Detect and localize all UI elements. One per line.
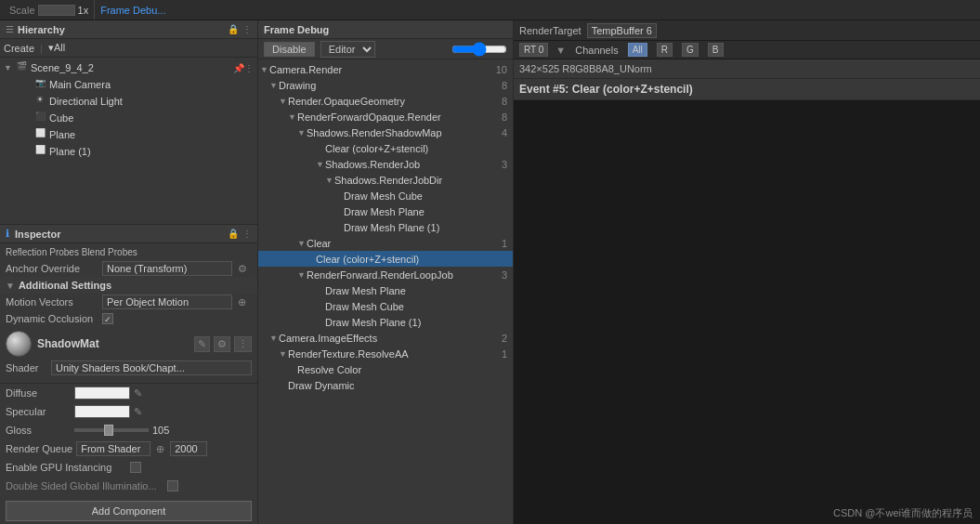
channels-label: Channels [575, 45, 618, 56]
fd-clear-shadow[interactable]: Clear (color+Z+stencil) [258, 140, 513, 156]
all-btn[interactable]: ▾All [48, 42, 65, 54]
fd-forward-opaque[interactable]: ▼ RenderForwardOpaque.Render 8 [258, 109, 513, 124]
lock-icon[interactable]: 🔒 [228, 24, 239, 34]
camera-icon: 📷 [33, 78, 46, 91]
hierarchy-item-plane1[interactable]: ⬜ Plane (1) [0, 143, 257, 160]
fd-render-job[interactable]: ▼ Shadows.RenderJob 3 [258, 156, 513, 172]
fd-drawing[interactable]: ▼ Drawing 8 [258, 77, 513, 93]
inspector-more-icon[interactable]: ⋮ [242, 229, 252, 239]
fd-resolve-aa[interactable]: ▼ RenderTexture.ResolveAA 1 [258, 346, 513, 361]
fd-opaque-geometry[interactable]: ▼ Render.OpaqueGeometry 8 [258, 93, 513, 109]
editor-select[interactable]: Editor [320, 41, 375, 58]
rt-number-select[interactable]: RT 0 [519, 43, 548, 57]
rt-header: RenderTarget TempBuffer 6 [514, 20, 980, 41]
scale-control: Scale 1x [4, 0, 95, 20]
r-channel-btn[interactable]: R [657, 43, 673, 57]
specular-edit-icon[interactable]: ✎ [134, 406, 142, 418]
disable-btn[interactable]: Disable [264, 42, 315, 57]
fd-render-job-dir[interactable]: ▼ Shadows.RenderJobDir [258, 172, 513, 188]
watermark: CSDN @不wei谁而做的程序员 [833, 506, 973, 520]
fd-image-effects[interactable]: ▼ Camera.ImageEffects 2 [258, 330, 513, 346]
material-header: ShadowMat ✎ ⚙ ⋮ [6, 331, 252, 357]
shader-value[interactable]: Unity Shaders Book/Chapt... [51, 360, 252, 375]
scale-label: Scale [9, 5, 35, 16]
hierarchy-item-camera[interactable]: 📷 Main Camera [0, 76, 257, 93]
rt-value: TempBuffer 6 [587, 23, 657, 38]
motion-dropdown-icon[interactable]: ⊕ [238, 296, 246, 308]
right-panel: RenderTarget TempBuffer 6 RT 0 ▼ Channel… [514, 20, 980, 524]
rt-size-text: 342×525 R8G8B8A8_UNorm [519, 63, 652, 74]
gloss-value: 105 [152, 425, 180, 436]
more-icon[interactable]: ⋮ [242, 24, 252, 34]
anchor-label: Anchor Override [6, 263, 98, 274]
fd-clear-section[interactable]: ▼ Clear 1 [258, 235, 513, 251]
cube-label: Cube [49, 112, 73, 124]
fd-draw-plane1-1[interactable]: Draw Mesh Plane (1) [258, 219, 513, 235]
all-channel-btn[interactable]: All [628, 43, 647, 57]
dynamic-label: Dynamic Occlusion [6, 313, 98, 324]
rt-label: RenderTarget [519, 25, 581, 36]
fd-draw-dynamic[interactable]: Draw Dynamic [258, 377, 513, 393]
rt-info-bar: RT 0 ▼ Channels All R G B [514, 41, 980, 59]
scene-menu-icon: ⋮ [244, 63, 254, 73]
diffuse-edit-icon[interactable]: ✎ [134, 387, 142, 400]
fd-draw-plane-1[interactable]: Draw Mesh Plane [258, 203, 513, 219]
diffuse-color[interactable] [74, 386, 130, 400]
anchor-value[interactable]: None (Transform) [102, 261, 232, 276]
hierarchy-item-plane[interactable]: ⬜ Plane [0, 126, 257, 143]
fd-resolve-color[interactable]: Resolve Color [258, 361, 513, 377]
additional-settings-header[interactable]: ▼ Additional Settings [0, 277, 257, 294]
shader-row: Shader Unity Shaders Book/Chapt... [6, 360, 252, 375]
gpu-instancing-checkbox[interactable] [130, 462, 141, 473]
create-btn[interactable]: Create [4, 43, 34, 54]
material-name: ShadowMat [37, 337, 99, 350]
anchor-gear-icon[interactable]: ⚙ [238, 263, 247, 275]
fd-clear-selected[interactable]: Clear (color+Z+stencil) [258, 251, 513, 267]
motion-value[interactable]: Per Object Motion [102, 295, 232, 309]
render-queue-label: Render Queue [6, 443, 72, 454]
hierarchy-toolbar: Create | ▾All [0, 39, 257, 58]
scale-value: 1x [78, 5, 89, 16]
additional-arrow: ▼ [6, 281, 15, 291]
b-channel-btn[interactable]: B [708, 43, 724, 57]
fd-shadow-map[interactable]: ▼ Shadows.RenderShadowMap 4 [258, 124, 513, 140]
frame-slider[interactable] [451, 42, 507, 57]
double-sided-row: Double Sided Global Illuminatio... [0, 477, 257, 495]
render-queue-value[interactable]: 2000 [170, 441, 207, 456]
dynamic-occlusion-row: Dynamic Occlusion [0, 310, 257, 327]
inspector-info-icon: ℹ [6, 228, 9, 240]
mat-more-icon[interactable]: ⋮ [234, 336, 252, 352]
hierarchy-scene-root[interactable]: ▼ 🎬 Scene_9_4_2 📌 ⋮ [0, 59, 257, 76]
anchor-value-text: None (Transform) [107, 263, 187, 274]
g-channel-btn[interactable]: G [682, 43, 699, 57]
hierarchy-item-cube[interactable]: ⬛ Cube [0, 110, 257, 126]
inspector-lock-icon[interactable]: 🔒 [228, 229, 239, 239]
hierarchy-item-light[interactable]: ☀ Directional Light [0, 93, 257, 110]
specular-color[interactable] [74, 405, 130, 418]
gloss-slider[interactable] [74, 428, 149, 432]
fd-camera-render[interactable]: ▼ Camera.Render 10 [258, 61, 513, 77]
double-sided-checkbox[interactable] [167, 480, 178, 491]
render-queue-row: Render Queue From Shader ⊕ 2000 [0, 439, 257, 458]
fd-render-loop[interactable]: ▼ RenderForward.RenderLoopJob 3 [258, 267, 513, 282]
diffuse-label: Diffuse [6, 387, 71, 399]
render-queue-source[interactable]: From Shader [76, 441, 150, 456]
dynamic-occlusion-checkbox[interactable] [102, 313, 113, 324]
plane1-icon: ⬜ [33, 145, 46, 158]
motion-value-text: Per Object Motion [107, 296, 189, 308]
scene-pin-icon: 📌 [233, 63, 244, 73]
rt-event-text: Event #5: Clear (color+Z+stencil) [519, 83, 693, 96]
frame-debug-tab[interactable]: Frame Debu... [95, 5, 171, 16]
mat-settings-icon[interactable]: ⚙ [214, 336, 230, 352]
plane1-label: Plane (1) [49, 146, 91, 157]
mat-edit-icon[interactable]: ✎ [194, 336, 210, 352]
specular-label: Specular [6, 406, 71, 417]
add-component-button[interactable]: Add Component [6, 501, 252, 521]
fd-draw-plane-2[interactable]: Draw Mesh Plane [258, 282, 513, 298]
fd-draw-cube-1[interactable]: Draw Mesh Cube [258, 188, 513, 203]
fd-draw-cube-2[interactable]: Draw Mesh Cube [258, 298, 513, 314]
fd-draw-plane1-2[interactable]: Draw Mesh Plane (1) [258, 314, 513, 330]
frame-debug-header: Frame Debug [258, 20, 513, 39]
hierarchy-icon: ☰ [6, 24, 14, 34]
hierarchy-title: Hierarchy [18, 24, 224, 35]
